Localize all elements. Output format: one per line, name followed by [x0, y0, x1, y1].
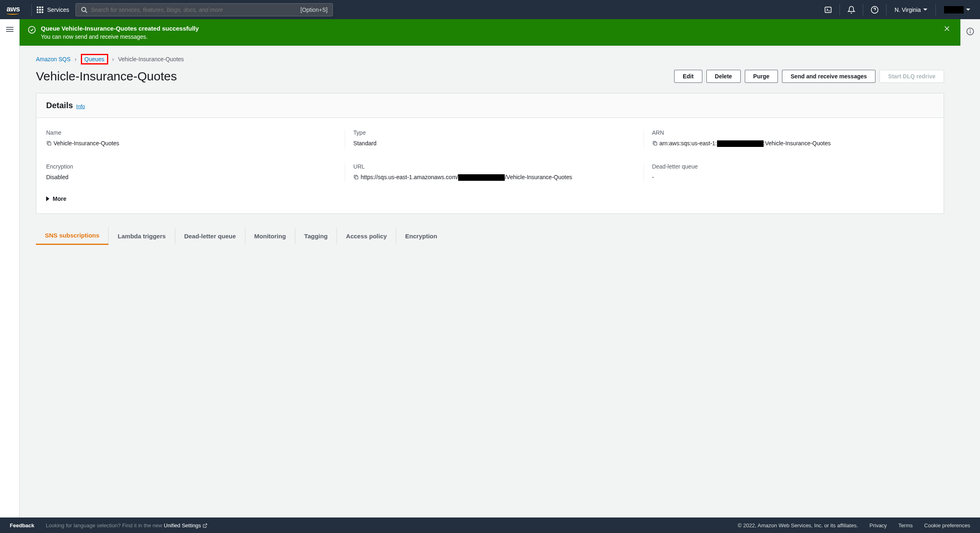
divider	[863, 4, 863, 16]
search-icon	[81, 7, 87, 13]
caret-down-icon	[966, 9, 970, 11]
detail-name: Name Vehicle-Insurance-Quotes	[46, 129, 336, 149]
page-actions: Edit Delete Purge Send and receive messa…	[674, 70, 944, 83]
details-header: Details Info	[36, 93, 944, 118]
aws-logo-text: aws	[7, 5, 20, 13]
services-label: Services	[47, 7, 69, 13]
notification-close[interactable]	[942, 25, 952, 34]
breadcrumb: Amazon SQS › Queues › Vehicle-Insurance-…	[20, 46, 960, 69]
tab-encryption[interactable]: Encryption	[396, 228, 446, 244]
account-redacted	[944, 6, 964, 13]
copy-icon[interactable]	[353, 174, 359, 182]
detail-label: Encryption	[46, 163, 336, 170]
check-circle-icon	[28, 26, 36, 35]
edit-button[interactable]: Edit	[674, 70, 702, 83]
divider	[31, 4, 32, 16]
more-label: More	[53, 195, 66, 202]
page-title: Vehicle-Insurance-Quotes	[36, 69, 177, 83]
page-header: Vehicle-Insurance-Quotes Edit Delete Pur…	[20, 69, 960, 93]
main-content: Queue Vehicle-Insurance-Quotes created s…	[20, 19, 960, 517]
detail-label: URL	[353, 163, 635, 170]
right-rail	[960, 19, 980, 517]
account-menu[interactable]	[941, 6, 973, 13]
search-box[interactable]: [Option+S]	[76, 3, 333, 16]
left-rail	[0, 19, 20, 517]
sidebar-toggle[interactable]	[6, 26, 13, 33]
copy-icon[interactable]	[652, 140, 658, 149]
tab-access-policy[interactable]: Access policy	[337, 228, 396, 244]
aws-logo[interactable]: aws	[7, 5, 20, 15]
notification-subtitle: You can now send and receive messages.	[41, 33, 937, 40]
detail-value: -	[652, 173, 654, 182]
svg-line-1	[85, 11, 87, 13]
detail-value: https://sqs.us-east-1.amazonaws.com//Veh…	[361, 173, 572, 182]
search-shortcut: [Option+S]	[301, 7, 328, 13]
divider	[935, 4, 936, 16]
more-toggle[interactable]: More	[46, 195, 934, 202]
chevron-right-icon: ›	[112, 56, 114, 62]
svg-point-4	[29, 27, 36, 33]
notifications-icon[interactable]	[845, 6, 858, 14]
success-notification: Queue Vehicle-Insurance-Quotes created s…	[20, 19, 960, 46]
help-icon[interactable]	[868, 6, 881, 14]
caret-down-icon	[923, 9, 927, 11]
divider	[886, 4, 886, 16]
detail-value: Standard	[353, 139, 376, 148]
svg-point-12	[970, 30, 971, 30]
detail-arn: ARN arn:aws:sqs:us-east-1::Vehicle-Insur…	[644, 129, 934, 149]
copy-icon[interactable]	[46, 140, 52, 149]
grid-icon	[37, 7, 43, 13]
info-link[interactable]: Info	[76, 103, 85, 109]
svg-rect-7	[48, 142, 51, 145]
tabs: SNS subscriptions Lambda triggers Dead-l…	[36, 227, 944, 245]
send-receive-button[interactable]: Send and receive messages	[782, 70, 875, 83]
divider	[840, 4, 840, 16]
info-panel-icon[interactable]	[966, 27, 974, 37]
detail-label: Dead-letter queue	[652, 163, 934, 170]
region-selector[interactable]: N. Virginia	[891, 7, 931, 13]
breadcrumb-root[interactable]: Amazon SQS	[36, 56, 71, 62]
detail-value: Disabled	[46, 173, 68, 182]
details-title: Details	[46, 101, 73, 110]
arn-prefix: arn:aws:sqs:us-east-1:	[659, 140, 717, 147]
triangle-right-icon	[46, 196, 49, 201]
top-nav: aws Services [Option+S] N. Virginia	[0, 0, 980, 19]
url-prefix: https://sqs.us-east-1.amazonaws.com/	[361, 174, 458, 180]
redacted	[458, 174, 505, 181]
tab-dead-letter-queue[interactable]: Dead-letter queue	[175, 228, 245, 244]
detail-label: Type	[353, 129, 635, 136]
tab-sns-subscriptions[interactable]: SNS subscriptions	[36, 227, 109, 245]
detail-url: URL https://sqs.us-east-1.amazonaws.com/…	[345, 163, 635, 182]
delete-button[interactable]: Delete	[706, 70, 741, 83]
breadcrumb-queues[interactable]: Queues	[81, 54, 108, 64]
notification-title: Queue Vehicle-Insurance-Quotes created s…	[41, 25, 937, 32]
detail-label: ARN	[652, 129, 934, 136]
svg-point-0	[82, 7, 86, 11]
url-suffix: /Vehicle-Insurance-Quotes	[505, 174, 572, 180]
purge-button[interactable]: Purge	[745, 70, 778, 83]
detail-value: arn:aws:sqs:us-east-1::Vehicle-Insurance…	[659, 139, 831, 148]
detail-type: Type Standard	[345, 129, 635, 149]
detail-label: Name	[46, 129, 336, 136]
search-input[interactable]	[91, 7, 300, 13]
details-panel: Details Info Name Vehicle-Insurance-Quot…	[36, 93, 944, 214]
cloudshell-icon[interactable]	[822, 6, 835, 14]
detail-value: Vehicle-Insurance-Quotes	[53, 139, 119, 148]
chevron-right-icon: ›	[75, 56, 77, 62]
tab-monitoring[interactable]: Monitoring	[245, 228, 295, 244]
svg-rect-8	[654, 142, 657, 145]
dlq-redrive-button: Start DLQ redrive	[880, 70, 944, 83]
region-label: N. Virginia	[895, 7, 921, 13]
detail-dlq: Dead-letter queue -	[644, 163, 934, 182]
arn-suffix: :Vehicle-Insurance-Quotes	[764, 140, 831, 147]
detail-encryption: Encryption Disabled	[46, 163, 336, 182]
tab-lambda-triggers[interactable]: Lambda triggers	[109, 228, 175, 244]
breadcrumb-current: Vehicle-Insurance-Quotes	[118, 56, 184, 62]
services-button[interactable]: Services	[37, 7, 69, 13]
redacted	[717, 140, 764, 147]
svg-rect-9	[355, 176, 358, 179]
tab-tagging[interactable]: Tagging	[295, 228, 337, 244]
